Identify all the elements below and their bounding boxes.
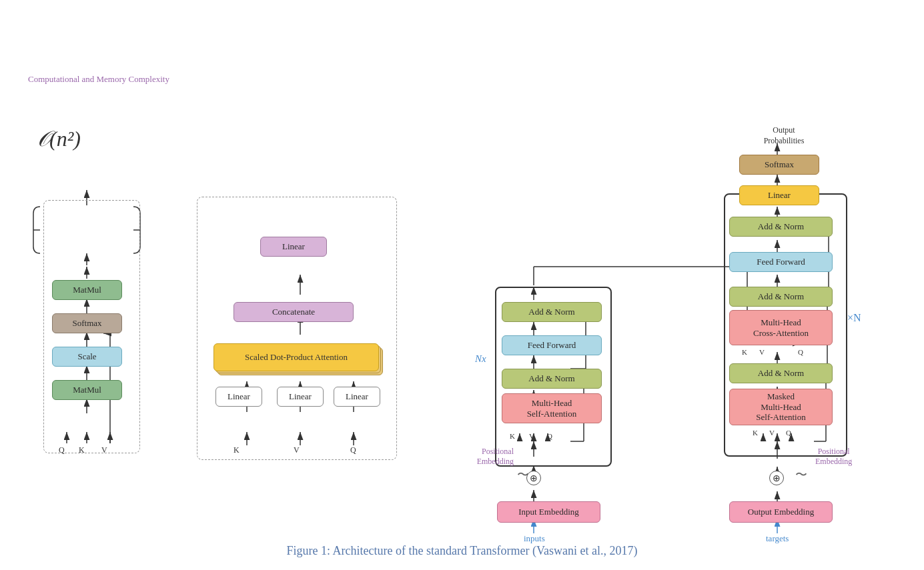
q-label-multi: Q bbox=[350, 445, 356, 455]
q-label-cross: Q bbox=[798, 348, 803, 356]
decoder-masked-attention: MaskedMulti-HeadSelf-Attention bbox=[729, 389, 833, 425]
wave-decoder: 〜 bbox=[795, 467, 807, 483]
matmul-top-box: MatMul bbox=[52, 280, 122, 300]
k-label-left: K bbox=[79, 445, 85, 455]
linear-decoder-box: Linear bbox=[739, 185, 819, 205]
positional-embedding-encoder-label: PositionalEmbedding bbox=[460, 447, 514, 467]
v-label-encoder: V bbox=[529, 432, 534, 440]
inputs-label: inputs bbox=[524, 533, 545, 544]
v-label-cross: V bbox=[759, 348, 765, 356]
k-label-multi: K bbox=[234, 445, 240, 455]
decoder-add-norm-top: Add & Norm bbox=[729, 217, 833, 237]
q-label-encoder: Q bbox=[547, 432, 552, 440]
linear-multi-head-box: Linear bbox=[260, 237, 327, 257]
complexity-formula: 𝒪(n²) bbox=[37, 127, 81, 151]
output-prob-label: OutputProbabilities bbox=[761, 125, 807, 146]
figure-caption: Figure 1: Architecture of the standard T… bbox=[287, 544, 638, 558]
plus-circle-decoder: ⊕ bbox=[769, 471, 784, 485]
output-embedding-box: Output Embedding bbox=[729, 501, 833, 523]
k-label-masked: K bbox=[753, 429, 758, 437]
encoder-feed-forward: Feed Forward bbox=[502, 335, 602, 355]
v-label-multi: V bbox=[294, 445, 300, 455]
decoder-feed-forward: Feed Forward bbox=[729, 252, 833, 272]
q-label-left: Q bbox=[59, 445, 65, 455]
encoder-add-norm-top: Add & Norm bbox=[502, 302, 602, 322]
targets-label: targets bbox=[766, 533, 789, 544]
q-label-masked: Q bbox=[786, 429, 791, 437]
concatenate-box: Concatenate bbox=[234, 302, 354, 322]
plus-circle-encoder: ⊕ bbox=[526, 471, 541, 485]
complexity-label: Computational and Memory Complexity bbox=[28, 73, 169, 85]
scaled-dot-product-box: Scaled Dot-Product Attention bbox=[213, 343, 379, 371]
decoder-cross-attention: Multi-HeadCross-Attention bbox=[729, 310, 833, 345]
matmul-bottom-box: MatMul bbox=[52, 380, 122, 400]
input-embedding-box: Input Embedding bbox=[497, 501, 600, 523]
k-label-cross: K bbox=[742, 348, 747, 356]
softmax-left-box: Softmax bbox=[52, 313, 122, 333]
k-label-encoder: K bbox=[510, 432, 515, 440]
v-label-masked: V bbox=[769, 429, 775, 437]
decoder-add-norm-masked: Add & Norm bbox=[729, 363, 833, 383]
v-label-left: V bbox=[101, 445, 107, 455]
linear-q-box: Linear bbox=[334, 387, 380, 407]
linear-k-box: Linear bbox=[215, 387, 262, 407]
linear-v-box: Linear bbox=[277, 387, 324, 407]
encoder-add-norm-mid: Add & Norm bbox=[502, 369, 602, 389]
positional-embedding-decoder-label: PositionalEmbedding bbox=[815, 447, 852, 467]
times-n-label: ×N bbox=[847, 312, 861, 324]
nx-label-encoder: Nx bbox=[475, 353, 486, 365]
softmax-decoder-box: Softmax bbox=[739, 155, 819, 175]
scale-box: Scale bbox=[52, 347, 122, 367]
encoder-multi-head-self-attention: Multi-HeadSelf-Attention bbox=[502, 393, 602, 423]
main-container: Computational and Memory Complexity 𝒪(n²… bbox=[0, 0, 924, 570]
decoder-add-norm-cross: Add & Norm bbox=[729, 287, 833, 307]
